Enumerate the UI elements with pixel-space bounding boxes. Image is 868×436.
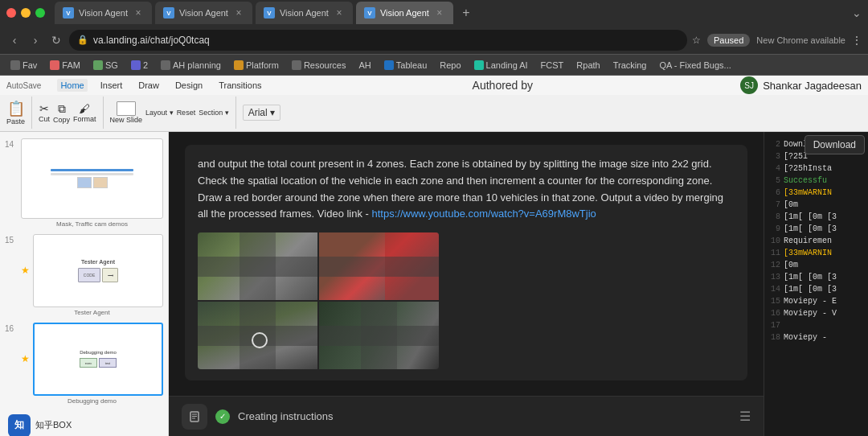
slide-thumb-15[interactable]: Tester Agent CODE ⟶ bbox=[33, 234, 163, 307]
line-content: [33mWARNIN bbox=[784, 187, 832, 199]
line-content: [33mWARNIN bbox=[784, 247, 832, 259]
cut-button[interactable]: ✂ Cut bbox=[39, 102, 50, 123]
ppt-title: Authored by bbox=[473, 79, 534, 92]
menu-draw[interactable]: Draw bbox=[135, 79, 162, 92]
attachment-button[interactable] bbox=[182, 404, 207, 430]
bookmark-qa[interactable]: QA - Fixed Bugs... bbox=[655, 60, 735, 71]
video-cell-2 bbox=[319, 232, 439, 300]
browser-tab-1[interactable]: V Vision Agent × bbox=[55, 2, 152, 24]
slide-number-15: 15 bbox=[5, 234, 16, 245]
bookmark-rpath[interactable]: Rpath bbox=[572, 60, 604, 71]
line-number: 5 bbox=[768, 175, 780, 187]
bookmark-fcst-label: FCST bbox=[541, 60, 564, 70]
line-number: 17 bbox=[768, 319, 780, 331]
bookmark-2[interactable]: 2 bbox=[127, 60, 152, 71]
bookmark-sg-label: SG bbox=[105, 60, 118, 70]
slide-thumb-16[interactable]: Debugging demo exec test bbox=[33, 323, 163, 396]
format-button[interactable]: 🖌 Format bbox=[73, 102, 96, 123]
minimize-window-button[interactable] bbox=[21, 8, 31, 18]
slide-group: New Slide Layout ▾ Reset Section ▾ bbox=[110, 97, 236, 129]
browser-tab-2[interactable]: V Vision Agent × bbox=[155, 2, 252, 24]
main-area: 14 Mask, Traffic cam demos 15 bbox=[0, 132, 868, 436]
bookmark-resources-label: Resources bbox=[304, 60, 346, 70]
section-button[interactable]: Section ▾ bbox=[199, 109, 229, 117]
copy-button[interactable]: ⧉ Copy bbox=[53, 102, 70, 124]
bookmark-ah-planning-label: AH planning bbox=[173, 60, 221, 70]
close-window-button[interactable] bbox=[6, 8, 16, 18]
traffic-lights bbox=[6, 8, 45, 18]
browser-tab-3[interactable]: V Vision Agent × bbox=[256, 2, 353, 24]
autosave-label: AutoSave bbox=[6, 81, 41, 90]
star-icon[interactable]: ☆ bbox=[692, 35, 701, 46]
lock-icon: 🔒 bbox=[77, 35, 88, 45]
browser-tab-4[interactable]: V Vision Agent × bbox=[356, 2, 453, 24]
new-tab-button[interactable]: + bbox=[457, 3, 476, 23]
bookmark-platform[interactable]: Platform bbox=[230, 60, 283, 71]
tab-label-2: Vision Agent bbox=[179, 8, 228, 18]
reset-button[interactable]: Reset bbox=[177, 109, 196, 117]
menu-design[interactable]: Design bbox=[172, 79, 206, 92]
slide-item-15[interactable]: 15 ★ Tester Agent CODE ⟶ Tester A bbox=[5, 234, 163, 316]
slide-thumb-14[interactable] bbox=[21, 138, 163, 219]
slide-item-14[interactable]: 14 Mask, Traffic cam demos bbox=[5, 138, 163, 228]
list-options-button[interactable]: ☰ bbox=[739, 409, 751, 424]
bookmark-resources[interactable]: Resources bbox=[288, 60, 350, 71]
address-right-controls: ☆ Paused New Chrome available ⋮ bbox=[692, 34, 862, 47]
slide-number-14: 14 bbox=[5, 138, 16, 149]
line-number: 16 bbox=[768, 307, 780, 319]
bookmark-ah-planning[interactable]: AH planning bbox=[157, 60, 225, 71]
url-input[interactable]: 🔒 va.landing.ai/chat/joQ0tcaq bbox=[69, 30, 687, 51]
terminal-lines: 2Downloadi3[?25l4[?25hInsta5Successfu6[3… bbox=[768, 138, 865, 343]
bookmark-ah[interactable]: AH bbox=[354, 60, 375, 71]
tab-favicon-4: V bbox=[364, 7, 375, 19]
bookmark-fam[interactable]: FAM bbox=[46, 60, 84, 71]
paused-button[interactable]: Paused bbox=[707, 34, 750, 47]
slide-item-16[interactable]: 16 ★ Debugging demo exec test Deb bbox=[5, 323, 163, 405]
tab-label-4: Vision Agent bbox=[380, 8, 429, 18]
tab-close-2[interactable]: × bbox=[233, 7, 244, 19]
bookmark-tableau[interactable]: Tableau bbox=[380, 60, 432, 71]
line-content: Successfu bbox=[784, 175, 827, 187]
menu-home[interactable]: Home bbox=[57, 79, 87, 92]
line-content: [1m[ [0m [3 bbox=[784, 271, 837, 283]
paste-button[interactable]: 📋 Paste bbox=[6, 100, 25, 125]
download-button[interactable]: Download bbox=[805, 135, 865, 154]
back-button[interactable]: ‹ bbox=[6, 34, 23, 47]
menu-insert[interactable]: Insert bbox=[97, 79, 126, 92]
more-options-icon[interactable]: ⋮ bbox=[852, 35, 862, 46]
maximize-window-button[interactable] bbox=[35, 8, 45, 18]
bookmark-tracking[interactable]: Tracking bbox=[609, 60, 651, 71]
slide-15-content: Tester Agent CODE ⟶ bbox=[34, 235, 162, 306]
new-slide-button[interactable]: New Slide bbox=[110, 101, 143, 124]
bookmark-sg[interactable]: SG bbox=[89, 60, 122, 71]
video-link[interactable]: https://www.youtube.com/watch?v=A69rM8wT… bbox=[372, 208, 596, 220]
bookmark-fcst[interactable]: FCST bbox=[537, 60, 568, 71]
tab-close-1[interactable]: × bbox=[133, 7, 144, 19]
reload-button[interactable]: ↻ bbox=[48, 34, 64, 47]
bookmark-landing-ai[interactable]: Landing AI bbox=[470, 60, 532, 71]
menu-transitions[interactable]: Transitions bbox=[215, 79, 264, 92]
bookmark-landing-ai-label: Landing AI bbox=[486, 60, 528, 70]
line-content: [0m bbox=[784, 259, 798, 271]
line-number: 2 bbox=[768, 138, 780, 150]
zhihu-label: 知乎BOX bbox=[35, 419, 72, 431]
new-chrome-available[interactable]: New Chrome available bbox=[756, 35, 845, 45]
tab-close-4[interactable]: × bbox=[434, 7, 445, 19]
bookmark-repo[interactable]: Repo bbox=[436, 60, 465, 71]
terminal-line: 17 bbox=[768, 319, 865, 331]
line-number: 12 bbox=[768, 259, 780, 271]
bookmark-tracking-label: Tracking bbox=[613, 60, 647, 70]
tab-close-3[interactable]: × bbox=[334, 7, 345, 19]
tab-favicon-3: V bbox=[264, 7, 275, 19]
font-selector[interactable]: Arial ▾ bbox=[243, 105, 280, 121]
tab-favicon-1: V bbox=[63, 7, 74, 19]
terminal-line: 16Moviepy - V bbox=[768, 307, 865, 319]
zhihu-logo-area: 知 知乎BOX bbox=[5, 411, 163, 436]
line-content: [0m bbox=[784, 199, 798, 211]
line-content: Requiremen bbox=[784, 235, 832, 247]
bookmark-fav[interactable]: Fav bbox=[6, 60, 41, 71]
tab-list-button[interactable]: ⌄ bbox=[852, 6, 862, 19]
forward-button[interactable]: › bbox=[27, 34, 43, 47]
layout-button[interactable]: Layout ▾ bbox=[145, 109, 174, 117]
ppt-toolbar: AutoSave Home Insert Draw Design Transit… bbox=[0, 76, 868, 132]
